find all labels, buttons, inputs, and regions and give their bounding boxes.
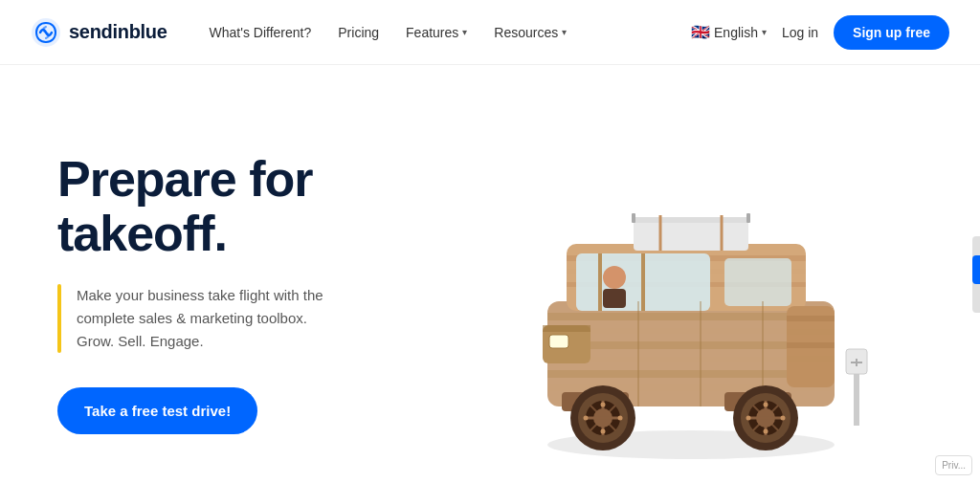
svg-rect-28 [787,342,835,348]
svg-point-47 [601,429,606,434]
hero-description: Make your business take flight with the … [57,284,459,353]
svg-point-58 [764,403,768,407]
svg-rect-19 [632,213,635,223]
svg-rect-35 [603,289,626,308]
logo-icon [31,17,61,48]
nav-link-resources[interactable]: Resources ▾ [482,17,578,48]
svg-point-61 [781,416,786,421]
resources-chevron-icon: ▾ [562,27,567,37]
hero-title: Prepare for takeoff. [57,152,459,261]
svg-rect-18 [634,217,748,223]
hero-description-text: Make your business take flight with the … [77,284,345,353]
svg-point-60 [746,416,751,421]
privacy-badge: Priv... [935,455,972,475]
van-illustration [490,158,892,483]
signup-button[interactable]: Sign up free [834,15,949,50]
login-link[interactable]: Log in [782,25,818,40]
hero-image-area [459,103,923,483]
features-chevron-icon: ▾ [462,27,467,37]
svg-rect-24 [543,325,590,332]
logo[interactable]: sendinblue [31,17,167,48]
hero-content: Prepare for takeoff. Make your business … [57,152,459,434]
language-selector[interactable]: 🇬🇧 English ▾ [691,23,767,41]
svg-point-59 [764,429,768,434]
cta-button[interactable]: Take a free test drive! [57,387,257,434]
svg-rect-16 [724,258,791,306]
svg-rect-29 [787,356,835,362]
flag-icon: 🇬🇧 [691,23,710,41]
nav-link-whats-different[interactable]: What's Different? [198,17,323,48]
svg-rect-26 [787,316,835,321]
scroll-indicator[interactable] [972,236,980,313]
svg-rect-27 [787,329,835,335]
language-chevron-icon: ▾ [762,27,767,37]
nav-link-pricing[interactable]: Pricing [326,17,390,48]
svg-point-49 [618,416,623,421]
navbar: sendinblue What's Different? Pricing Fea… [0,0,980,65]
svg-point-46 [601,403,606,407]
svg-rect-20 [746,213,750,223]
svg-point-34 [603,266,626,289]
yellow-accent-bar [57,284,61,353]
language-label: English [714,25,758,40]
nav-links: What's Different? Pricing Features ▾ Res… [198,17,579,48]
scroll-thumb [972,255,980,284]
nav-left: sendinblue What's Different? Pricing Fea… [31,17,578,48]
svg-rect-33 [549,335,568,348]
nav-link-features[interactable]: Features ▾ [394,17,479,48]
nav-right: 🇬🇧 English ▾ Log in Sign up free [691,15,949,50]
logo-text: sendinblue [69,21,167,43]
svg-point-48 [584,416,589,421]
hero-section: Prepare for takeoff. Make your business … [0,65,980,483]
